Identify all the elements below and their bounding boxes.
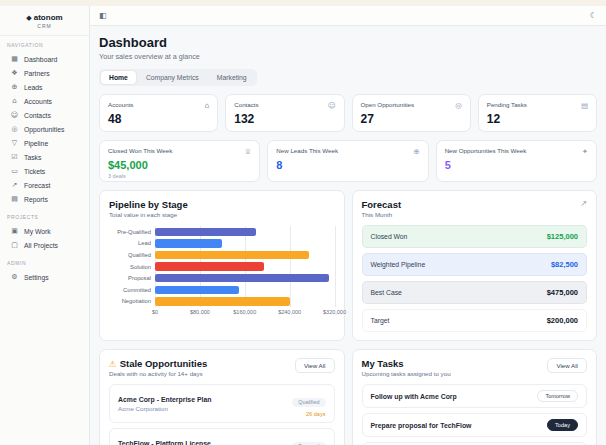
stale-title-row: ⚠Stale Opportunities [109,358,207,369]
tab[interactable]: Home [101,71,136,84]
forecast-row-label: Closed Won [371,233,408,240]
forecast-row: Target $200,000 [362,309,588,332]
sidebar-item[interactable]: ↗ Forecast [7,178,82,192]
chart-bar-row [155,261,335,273]
dashboard-tabs: Home Company Metrics Marketing [99,69,257,86]
tasks-view-all-button[interactable]: View All [547,358,587,373]
stage-badge: Proposal [292,442,325,445]
stale-list: Acme Corp - Enterprise Plan Acme Corpora… [109,384,335,445]
nav-section-projects: Projects ▣ My Work ▢ All Projects [0,208,89,254]
sidebar-item[interactable]: ▽ Pipeline [7,136,82,150]
bottom-row: ⚠Stale Opportunities Deals with no activ… [99,349,597,445]
opportunities-icon: ◎ [10,125,19,133]
nav-section-admin: Admin ⚙ Settings [0,254,89,286]
sidebar-item[interactable]: ▢ All Projects [7,238,82,252]
users-icon: ☺ [328,101,336,110]
sidebar-item[interactable]: ⌂ Accounts [7,94,82,108]
tasks-list: Follow up with Acme Corp Tomorrow Prepar… [362,384,588,445]
kpi-value: 48 [108,112,209,126]
sidebar-item-label: Accounts [24,98,52,105]
clipboard-icon: ▤ [581,101,588,110]
kpi-value: 27 [361,112,462,126]
stale-title: Stale Opportunities [120,358,208,369]
kpi-value: 132 [234,112,335,126]
kpi-card: Contacts ☺ 132 [225,94,344,132]
sidebar-item[interactable]: ⚙ Settings [7,270,82,284]
task-list-item[interactable]: Follow up with Acme Corp Tomorrow [362,384,588,408]
forecast-title: Forecast [362,199,402,210]
tab[interactable]: Marketing [209,71,255,84]
page-subtitle: Your sales overview at a glance [99,52,597,61]
forecast-row-value: $82,500 [551,260,578,269]
sidebar-item-label: Settings [24,274,49,281]
opportunity-name: TechFlow - Platform License [118,440,211,445]
all-projects-icon: ▢ [10,241,19,249]
sidebar-item[interactable]: ◎ Opportunities [7,122,82,136]
partners-icon: ❖ [10,69,19,77]
content: Dashboard Your sales overview at a glanc… [90,26,606,445]
page-title: Dashboard [99,35,597,50]
brand-subtitle: CRM [6,23,83,29]
chart-bar [155,286,239,295]
tickets-icon: ▭ [10,167,19,175]
sidebar-item[interactable]: ⊕ Leads [7,80,82,94]
stale-list-item[interactable]: Acme Corp - Enterprise Plan Acme Corpora… [109,384,335,423]
sidebar-item[interactable]: ▭ Tickets [7,164,82,178]
sidebar-item[interactable]: ❖ Partners [7,66,82,80]
sidebar-item[interactable]: ▤ Reports [7,192,82,206]
chart-category-label: Lead [109,238,155,250]
contacts-icon: ☺ [10,111,19,119]
sidebar-item-label: Forecast [24,182,50,189]
stat-label: Closed Won This Week [108,147,172,154]
stage-badge: Qualified [292,398,325,407]
chart-x-tick-label: $0 [152,309,158,315]
sidebar-item-label: Opportunities [24,126,64,133]
target-icon: ◎ [455,101,462,110]
nav-section-label: Admin [7,260,82,266]
chart-x-tick-label: $160,000 [233,309,256,315]
sidebar-item[interactable]: ▦ Dashboard [7,52,82,66]
sidebar-item-label: Pipeline [24,140,48,147]
stat-card: New Leads This Week ⊕ 8 [267,140,428,182]
tasks-icon: ☑ [10,153,19,161]
task-title: Prepare proposal for TechFlow [371,422,472,429]
dashboard-icon: ▦ [10,55,19,63]
sidebar-item-label: Leads [24,84,43,91]
theme-toggle-icon[interactable]: ☾ [590,11,597,20]
stat-value: $45,000 [108,159,251,171]
forecast-rows: Closed Won $125,000 Weighted Pipeline $8… [362,225,588,332]
stat-value: 8 [276,159,419,171]
pipeline-bar-chart: Pre-Qualified Lead Qualified Solution Pr… [109,226,335,318]
kpi-card: Accounts ⌂ 48 [99,94,218,132]
sidebar-item[interactable]: ☺ Contacts [7,108,82,122]
my-tasks-card: My Tasks Upcoming tasks assigned to you … [352,349,598,445]
chart-gridline [335,226,336,307]
stale-view-all-button[interactable]: View All [295,358,335,373]
sidebar-toggle-icon[interactable]: ◧ [99,11,107,20]
pipeline-icon: ▽ [10,139,19,147]
forecast-card: Forecast This Month ↗ Closed Won $125,00… [352,190,598,341]
task-title: Follow up with Acme Corp [371,393,457,400]
sparkle-icon: ✦ [582,147,588,156]
chart-category-label: Negotiation [109,296,155,308]
forecast-icon: ↗ [10,181,19,189]
sidebar-item-label: Contacts [24,112,51,119]
sidebar-item[interactable]: ▣ My Work [7,224,82,238]
stale-list-item[interactable]: TechFlow - Platform License TechFlow Sol… [109,428,335,445]
pipeline-card: Pipeline by Stage Total value in each st… [99,190,345,341]
trophy-icon: ♕ [245,147,252,156]
stale-opportunities-card: ⚠Stale Opportunities Deals with no activ… [99,349,345,445]
task-list-item[interactable]: Prepare proposal for TechFlow Today [362,413,588,437]
sidebar-item[interactable]: ☑ Tasks [7,150,82,164]
kpi-label: Pending Tasks [487,101,527,108]
pipeline-subtitle: Total value in each stage [109,211,335,218]
brand: ◆ atonom CRM [0,6,89,36]
forecast-row-label: Weighted Pipeline [371,261,426,268]
chart-x-axis: $0 $80,000 $160,000 $240,000 $320,000 [155,309,335,318]
stale-subtitle: Deals with no activity for 14+ days [109,370,207,377]
chart-bar [155,262,264,271]
tab[interactable]: Company Metrics [138,71,207,84]
chart-category-label: Pre-Qualified [109,226,155,238]
stat-label: New Leads This Week [276,147,338,154]
brand-logo-icon: ◆ [26,14,31,22]
